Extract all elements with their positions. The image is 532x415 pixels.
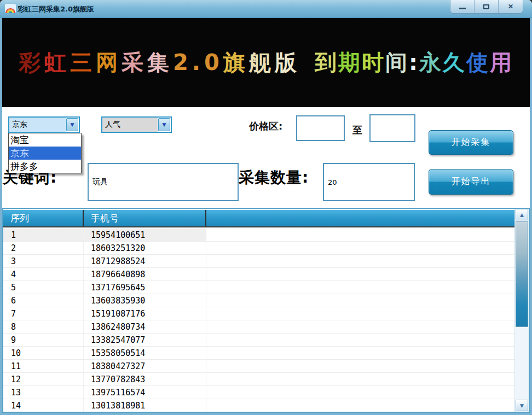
cell-empty [206, 307, 514, 320]
start-collect-button[interactable]: 开始采集 [429, 130, 513, 155]
minimize-button[interactable] [450, 0, 475, 13]
cell-sequence: 6 [3, 294, 84, 307]
control-panel: 京东 ▼ 人气 ▼ 淘宝京东拼多多 价格区: 至 开始采集 关键词: 采集数量:… [2, 107, 530, 208]
table-row[interactable]: 1413013818981 [3, 399, 514, 412]
cell-empty [206, 360, 514, 372]
cell-phone: 13862480734 [84, 320, 206, 333]
cell-phone: 18712988524 [84, 255, 206, 267]
cell-empty [206, 320, 514, 333]
cell-sequence: 3 [3, 255, 84, 267]
cell-empty [206, 334, 514, 346]
scroll-down-icon[interactable]: ▼ [516, 400, 528, 411]
price-min-input[interactable] [296, 115, 345, 141]
cell-phone: 18380427327 [84, 360, 206, 372]
keyword-input[interactable] [88, 163, 239, 201]
cell-empty [206, 347, 514, 359]
cell-empty [206, 255, 514, 267]
window-controls: ✕ [450, 0, 523, 14]
platform-option[interactable]: 拼多多 [9, 160, 81, 173]
banner-char: 用 [490, 50, 513, 75]
cell-phone: 13603835930 [84, 294, 206, 307]
cell-phone: 13382547077 [84, 334, 206, 346]
price-to-label: 至 [352, 124, 362, 137]
table-row[interactable]: 1313975116574 [3, 386, 514, 399]
table-row[interactable]: 115954100651 [3, 229, 514, 242]
cell-empty [206, 373, 514, 385]
cell-sequence: 13 [3, 386, 84, 399]
banner-char: 版 [275, 50, 300, 75]
banner-char: 彩 [19, 50, 44, 75]
cell-sequence: 11 [3, 360, 84, 372]
cell-sequence: 1 [3, 229, 84, 241]
cell-empty [206, 229, 514, 241]
platform-option[interactable]: 京东 [9, 147, 81, 160]
platform-option[interactable]: 淘宝 [9, 133, 81, 147]
results-table: 序列 手机号 115954100651218603251320318712988… [2, 208, 530, 413]
banner-char: 永 [419, 50, 443, 75]
cell-sequence: 10 [3, 347, 84, 359]
cell-phone: 18603251320 [84, 242, 206, 254]
platform-selected-value: 京东 [9, 118, 66, 132]
table-row[interactable]: 913382547077 [3, 334, 514, 347]
price-max-input[interactable] [369, 114, 415, 142]
column-header-empty[interactable] [206, 210, 514, 226]
cell-empty [206, 294, 514, 307]
minimize-icon [459, 8, 466, 9]
table-row[interactable]: 1118380427327 [3, 360, 514, 373]
table-row[interactable]: 318712988524 [3, 255, 514, 268]
cell-phone: 13770782843 [84, 373, 206, 385]
column-header-phone[interactable]: 手机号 [84, 210, 206, 226]
rainbow-app-icon [5, 4, 16, 13]
table-row[interactable]: 813862480734 [3, 320, 514, 334]
chevron-down-icon[interactable]: ▼ [158, 118, 170, 131]
close-button[interactable]: ✕ [499, 0, 523, 13]
table-row[interactable]: 715191087176 [3, 307, 514, 320]
start-export-button[interactable]: 开始导出 [429, 169, 513, 195]
table-row[interactable]: 1213770782843 [3, 373, 514, 386]
banner-app-name: 彩虹三网采集2.0旗舰版 [19, 48, 300, 78]
platform-combobox[interactable]: 京东 ▼ [8, 116, 80, 133]
banner-char: 2.0 [173, 50, 223, 75]
table-row[interactable]: 418796640898 [3, 268, 514, 281]
cell-phone: 13013818981 [84, 399, 206, 412]
table-row[interactable]: 513717695645 [3, 281, 514, 294]
maximize-icon [483, 4, 489, 9]
cell-phone: 18796640898 [84, 268, 206, 280]
banner-char: : [409, 50, 419, 75]
quantity-input[interactable] [323, 163, 415, 201]
maximize-button[interactable] [475, 0, 499, 13]
cell-phone: 13717695645 [84, 281, 206, 294]
cell-sequence: 9 [3, 334, 84, 346]
cell-empty [206, 399, 514, 412]
scrollbar-thumb[interactable] [516, 221, 528, 327]
app-window: 彩虹三网采集2.0旗舰版 ✕ 彩虹三网采集2.0旗舰版 到期时间:永久使用 京东… [0, 0, 532, 415]
chevron-down-icon[interactable]: ▼ [66, 118, 78, 131]
cell-sequence: 14 [3, 399, 84, 412]
cell-phone: 15358050514 [84, 347, 206, 359]
table-row[interactable]: 1015358050514 [3, 347, 514, 360]
vertical-scrollbar[interactable]: ▲ ▼ [514, 209, 529, 412]
banner-char: 三 [70, 50, 96, 75]
table-row[interactable]: 218603251320 [3, 242, 514, 255]
banner: 彩虹三网采集2.0旗舰版 到期时间:永久使用 [2, 18, 530, 107]
close-icon: ✕ [508, 3, 513, 10]
banner-char: 使 [466, 50, 490, 75]
sort-combobox[interactable]: 人气 ▼ [101, 116, 172, 133]
cell-sequence: 12 [3, 373, 84, 385]
banner-expiry: 到期时间:永久使用 [315, 48, 513, 78]
quantity-label: 采集数量: [239, 167, 309, 188]
titlebar: 彩虹三网采集2.0旗舰版 ✕ [0, 0, 532, 18]
table-body: 1159541006512186032513203187129885244187… [3, 229, 514, 412]
table-header: 序列 手机号 [3, 210, 514, 227]
scroll-up-icon[interactable]: ▲ [516, 209, 528, 220]
cell-sequence: 2 [3, 242, 84, 254]
banner-char: 到 [315, 50, 338, 75]
platform-dropdown-list: 淘宝京东拼多多 [8, 133, 82, 173]
table-row[interactable]: 613603835930 [3, 294, 514, 307]
cell-empty [206, 386, 514, 399]
banner-char: 采 [122, 50, 147, 75]
banner-char: 集 [147, 50, 173, 75]
column-header-sequence[interactable]: 序列 [3, 210, 84, 226]
banner-char: 间 [385, 50, 409, 75]
cell-sequence: 8 [3, 320, 84, 333]
